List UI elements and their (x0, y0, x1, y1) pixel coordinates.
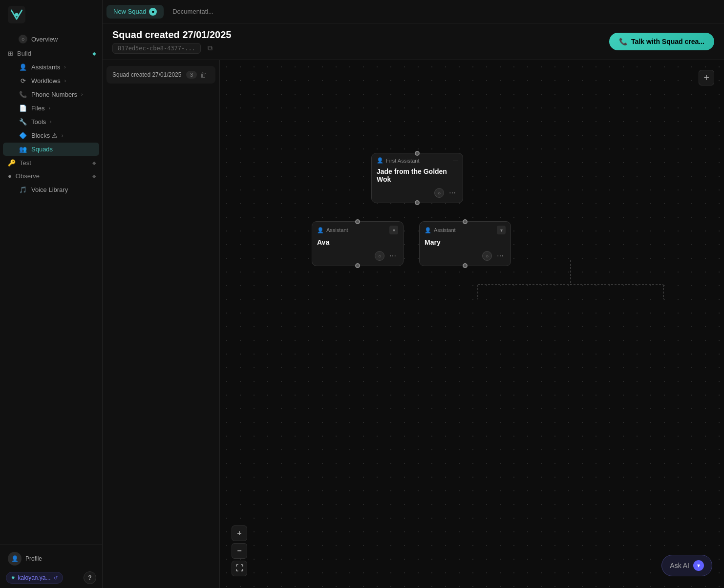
assistant-ava-node: 👤 Assistant ▾ Ava ○ ⋯ (312, 221, 404, 266)
ask-ai-chevron-icon: ▾ (693, 560, 704, 571)
help-button[interactable]: ? (84, 571, 96, 584)
observe-label: Observe (16, 172, 40, 180)
workflows-chevron: › (64, 78, 66, 84)
tab-new-squad[interactable]: New Squad ● (106, 5, 164, 19)
squad-list-item[interactable]: Squad created 27/01/2025 3 🗑 (106, 66, 215, 84)
test-icon: 🔑 (8, 159, 16, 167)
squad-list-item-label: Squad created 27/01/2025 (112, 71, 186, 78)
main-layout: ○ Overview ⊞ Build ◆ 👤 Assistants › ⟳ Wo… (0, 0, 724, 588)
first-assistant-type-label: First Assistant (386, 158, 419, 164)
first-assistant-connector-top (415, 151, 420, 156)
tab-docs[interactable]: Documentati... (166, 5, 220, 18)
sidebar-group-observe[interactable]: ● Observe ◆ (0, 169, 102, 183)
fullscreen-button[interactable]: ⛶ (232, 561, 247, 576)
first-assistant-controls: ○ ⋯ (434, 188, 458, 198)
zoom-out-button[interactable]: − (232, 543, 247, 559)
ask-ai-button[interactable]: Ask AI ▾ (661, 555, 712, 576)
test-label: Test (20, 159, 31, 167)
copy-id-button[interactable]: ⧉ (205, 42, 215, 54)
tab-docs-label: Documentati... (172, 8, 213, 15)
overview-icon: ○ (19, 35, 27, 43)
first-assistant-circle-btn[interactable]: ○ (434, 188, 444, 198)
zoom-in-button[interactable]: + (232, 525, 247, 541)
build-expand-icon: ◆ (92, 51, 96, 56)
phone-numbers-icon: 📞 (19, 91, 27, 98)
ava-title-text: Ava (317, 238, 329, 246)
workflows-icon: ⟳ (19, 77, 27, 84)
sidebar-item-files-label: Files (31, 105, 44, 112)
upgrade-badge[interactable]: ♥ kaloyan.ya... ↺ (6, 572, 63, 584)
ava-menu-btn[interactable]: ⋯ (387, 251, 398, 261)
sidebar-item-overview-label: Overview (31, 36, 58, 43)
mary-menu-btn[interactable]: ⋯ (495, 251, 506, 261)
first-assistant-dash: — (453, 158, 458, 163)
profile-row[interactable]: 👤 Profile (4, 549, 98, 568)
assistant-mary-card[interactable]: 👤 Assistant ▾ Mary ○ ⋯ (419, 221, 511, 266)
canvas-connections-svg (220, 60, 724, 588)
first-assistant-menu-btn[interactable]: ⋯ (447, 188, 458, 198)
build-group-label: Build (17, 50, 31, 57)
ava-connector-top (355, 219, 360, 224)
sidebar-item-phone-numbers-label: Phone Numbers (31, 91, 77, 98)
assistants-chevron: › (64, 64, 65, 70)
build-group-left: ⊞ Build (8, 50, 31, 57)
first-assistant-header-left: 👤 First Assistant (377, 157, 419, 164)
sidebar-item-phone-numbers[interactable]: 📞 Phone Numbers › (3, 88, 99, 101)
squad-title: Squad created 27/01/2025 (112, 29, 231, 41)
talk-with-squad-button[interactable]: 📞 Talk with Squad crea... (609, 33, 714, 50)
phone-icon: 📞 (619, 38, 627, 45)
ava-connector-bottom (355, 263, 360, 268)
add-node-button[interactable]: + (699, 70, 714, 85)
tab-active-indicator: ● (151, 9, 154, 14)
sidebar: ○ Overview ⊞ Build ◆ 👤 Assistants › ⟳ Wo… (0, 0, 103, 588)
ask-ai-label: Ask AI (670, 562, 689, 569)
mary-connector-bottom (463, 263, 468, 268)
sidebar-section-main: ○ Overview ⊞ Build ◆ 👤 Assistants › ⟳ Wo… (0, 27, 102, 201)
sidebar-item-voice-library[interactable]: 🎵 Voice Library (3, 183, 99, 196)
squad-id-row: 817ed5ec-cbe8-4377-... ⧉ (112, 42, 231, 54)
sidebar-item-files[interactable]: 📄 Files › (3, 102, 99, 115)
first-assistant-node: 👤 First Assistant — Jade from the Golden… (371, 153, 463, 203)
blocks-chevron: › (62, 133, 63, 138)
assistant-ava-card[interactable]: 👤 Assistant ▾ Ava ○ ⋯ (312, 221, 404, 266)
sidebar-item-assistants[interactable]: 👤 Assistants › (3, 61, 99, 74)
files-icon: 📄 (19, 105, 27, 112)
sidebar-bottom: 👤 Profile ♥ kaloyan.ya... ↺ ? (0, 545, 102, 588)
ava-circle-btn[interactable]: ○ (375, 251, 384, 261)
squad-id: 817ed5ec-cbe8-4377-... (112, 43, 201, 54)
tools-chevron: › (50, 119, 51, 125)
mary-circle-btn[interactable]: ○ (482, 251, 492, 261)
squad-delete-button[interactable]: 🗑 (197, 70, 210, 80)
talk-button-label: Talk with Squad crea... (631, 38, 704, 45)
ava-down-arrow: ▾ (389, 226, 398, 234)
test-left: 🔑 Test (8, 159, 31, 167)
squad-badge: 3 (186, 71, 197, 79)
upgrade-label: kaloyan.ya... (18, 574, 50, 581)
sidebar-item-blocks-label: Blocks ⚠ (31, 132, 58, 139)
profile-label: Profile (25, 555, 42, 562)
first-assistant-card[interactable]: 👤 First Assistant — Jade from the Golden… (371, 153, 463, 203)
sidebar-item-blocks[interactable]: 🔷 Blocks ⚠ › (3, 129, 99, 142)
test-expand-icon: ◆ (92, 160, 96, 166)
mary-title-text: Mary (425, 238, 441, 246)
files-chevron: › (48, 105, 50, 111)
mary-type-label: Assistant (434, 227, 456, 233)
squads-icon: 👥 (19, 146, 27, 153)
ava-header-left: 👤 Assistant (317, 227, 348, 233)
sidebar-item-tools[interactable]: 🔧 Tools › (3, 115, 99, 128)
sidebar-item-squads[interactable]: 👥 Squads (3, 143, 99, 156)
build-icon: ⊞ (8, 50, 13, 57)
sidebar-group-build[interactable]: ⊞ Build ◆ (0, 47, 102, 60)
zoom-out-icon: − (237, 546, 241, 555)
add-node-icon: + (703, 72, 709, 84)
tools-icon: 🔧 (19, 118, 27, 126)
ava-title: Ava (312, 236, 403, 251)
sidebar-group-test[interactable]: 🔑 Test ◆ (0, 156, 102, 169)
phone-numbers-chevron: › (81, 92, 83, 97)
sidebar-item-workflows[interactable]: ⟳ Workflows › (3, 74, 99, 87)
tab-close-button[interactable]: ● (149, 8, 157, 16)
sidebar-item-overview[interactable]: ○ Overview (3, 32, 99, 46)
sidebar-item-assistants-label: Assistants (31, 63, 60, 71)
first-assistant-person-icon: 👤 (377, 157, 383, 164)
avatar: 👤 (8, 552, 21, 566)
